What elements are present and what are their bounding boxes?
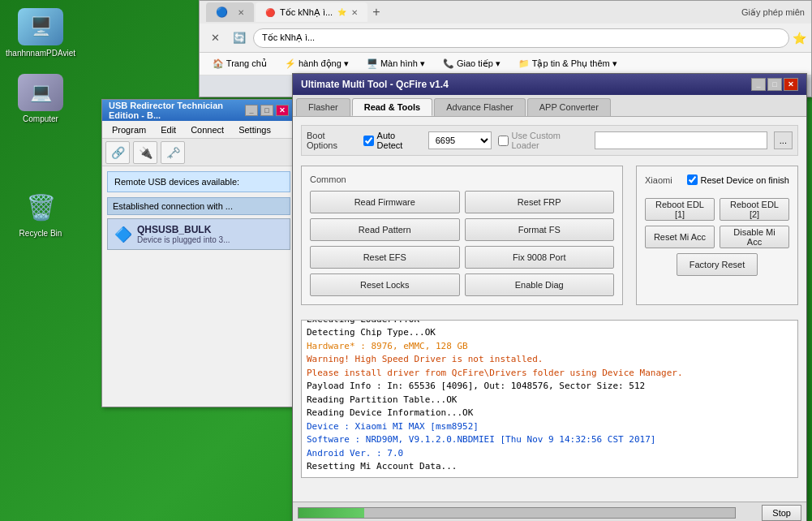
- auto-detect-label: Auto Detect: [377, 131, 422, 150]
- usb-maximize-button[interactable]: □: [260, 105, 273, 116]
- usb-toolbar-btn-1[interactable]: 🔗: [105, 141, 130, 164]
- reset-locks-button[interactable]: Reset Locks: [310, 273, 460, 296]
- new-tab-button[interactable]: +: [369, 5, 383, 19]
- usb-menu-connect[interactable]: Connect: [184, 123, 230, 136]
- usb-toolbar-btn-3[interactable]: 🗝️: [161, 141, 185, 164]
- usb-status-text: Remote USB devices available:: [114, 177, 239, 187]
- browser-tab-2[interactable]: 🔴 Tốc kNhẠ ì... ⭐ ✕: [256, 2, 367, 22]
- use-custom-loader-label: Use Custom Loader: [498, 131, 588, 150]
- log-line: Resetting Mi Account Data...: [307, 460, 793, 474]
- tab-close-1[interactable]: ✕: [238, 8, 244, 17]
- browser-menu-home[interactable]: 🏠 Trang chủ: [204, 56, 275, 71]
- use-custom-loader-checkbox[interactable]: [498, 136, 509, 146]
- fix-9008-port-button[interactable]: Fix 9008 Port: [465, 246, 615, 269]
- desktop-icons: 🖥️ thanhnnamPDAviet 💻 Computer 🗑️ Recycl…: [8, 8, 73, 238]
- tab-advance-flasher[interactable]: Advance Flasher: [434, 98, 526, 116]
- usb-toolbar: 🔗 🔌 🗝️: [102, 139, 295, 166]
- tab-app-converter[interactable]: APP Converter: [527, 98, 611, 116]
- usb-device-icon: 🔷: [114, 226, 132, 243]
- desktop-icon-computer[interactable]: 💻 Computer: [8, 74, 73, 123]
- tab-flasher[interactable]: Flasher: [296, 98, 350, 116]
- log-line: Hardware* : 8976, eMMC, 128 GB: [307, 340, 793, 354]
- address-bar[interactable]: [253, 28, 789, 48]
- browse-button[interactable]: ...: [774, 131, 793, 149]
- reset-frp-button[interactable]: Reset FRP: [465, 191, 615, 213]
- reset-efs-button[interactable]: Reset EFS: [310, 246, 460, 269]
- browser-nav: ✕ 🔄 ⭐: [200, 24, 811, 53]
- computer-icon-label: Computer: [23, 114, 58, 123]
- factory-reset-button[interactable]: Factory Reset: [677, 253, 758, 276]
- browser-tabs: 🔵 ✕ 🔴 Tốc kNhẠ ì... ⭐ ✕ +: [206, 2, 737, 22]
- reset-device-checkbox[interactable]: [687, 174, 698, 185]
- enable-diag-button[interactable]: Enable Diag: [465, 273, 615, 296]
- format-fs-button[interactable]: Format FS: [465, 218, 615, 241]
- computer-icon: 💻: [18, 74, 63, 111]
- common-buttons-grid: Read Firmware Reset FRP Read Pattern For…: [310, 191, 614, 296]
- log-line: Software : NRD90M, V9.1.2.0.NBDMIEI [Thu…: [307, 433, 793, 447]
- reboot-edl-2-button[interactable]: Reboot EDL [2]: [720, 198, 789, 221]
- mac-icon-label: thanhnnamPDAviet: [6, 49, 75, 58]
- usb-titlebar: USB Redirector Technician Edition - B...…: [102, 100, 295, 121]
- device-name: QHSUSB_BULK: [137, 224, 230, 235]
- usb-minimize-button[interactable]: _: [245, 105, 258, 116]
- log-line: Executing Loader...OK: [307, 320, 793, 326]
- umt-window: Ultimate Multi Tool - QcFire v1.4 _ □ ✕ …: [292, 73, 807, 521]
- browser-tab-1[interactable]: 🔵 ✕: [206, 2, 254, 22]
- tab-close-2[interactable]: ✕: [351, 8, 358, 17]
- desktop-icon-mac[interactable]: 🖥️ thanhnnamPDAviet: [8, 8, 73, 58]
- log-area: Using Auto Loader Selection [1]Preparing…: [301, 320, 798, 478]
- recycle-bin-icon: 🗑️: [18, 188, 63, 226]
- log-line: Detecting Chip Type...OK: [307, 326, 793, 340]
- nav-back-button[interactable]: ✕: [204, 28, 226, 49]
- tab-address-label: Tốc kNhẠ ì...: [280, 7, 333, 18]
- umt-close-button[interactable]: ✕: [784, 78, 798, 91]
- read-firmware-button[interactable]: Read Firmware: [310, 191, 460, 213]
- usb-content: Remote USB devices available: Establishe…: [102, 166, 295, 255]
- umt-title-text: Ultimate Multi Tool - QcFire v1.4: [301, 79, 449, 90]
- usb-established-text: Established connection with ...: [113, 201, 233, 211]
- usb-device-item[interactable]: 🔷 QHSUSB_BULK Device is plugged into 3..…: [107, 218, 290, 250]
- reset-mi-acc-button[interactable]: Reset Mi Acc: [645, 226, 715, 248]
- license-label: Giấy phép miên: [741, 7, 805, 18]
- xiaomi-header: Xiaomi Reset Device on finish: [645, 174, 789, 192]
- umt-minimize-button[interactable]: _: [751, 78, 766, 91]
- common-title: Common: [310, 174, 614, 184]
- tab-read-tools[interactable]: Read & Tools: [352, 98, 432, 116]
- desktop-icon-recycle[interactable]: 🗑️ Recycle Bin: [8, 188, 73, 238]
- usb-menu-settings[interactable]: Settings: [232, 123, 277, 136]
- usb-window-controls: _ □ ✕: [245, 105, 289, 116]
- browser-titlebar: 🔵 ✕ 🔴 Tốc kNhẠ ì... ⭐ ✕ + Giấy phép miên: [200, 1, 811, 24]
- auto-detect-checkbox[interactable]: [363, 136, 374, 146]
- boot-options-bar: Boot Options Auto Detect 6695 6695 6735 …: [301, 125, 798, 156]
- reboot-edl-1-button[interactable]: Reboot EDL [1]: [645, 198, 715, 221]
- umt-maximize-button[interactable]: □: [767, 78, 782, 91]
- tabs-container: Flasher Read & Tools Advance Flasher APP…: [293, 95, 806, 117]
- usb-close-button[interactable]: ✕: [276, 105, 289, 116]
- common-section: Common Read Firmware Reset FRP Read Patt…: [301, 166, 623, 305]
- bottom-bar: Stop: [293, 502, 806, 521]
- xiaomi-title: Xiaomi: [645, 175, 672, 185]
- custom-loader-input[interactable]: [595, 131, 767, 149]
- recycle-bin-label: Recycle Bin: [19, 229, 62, 238]
- browser-menu-screen[interactable]: 🖥️ Màn hình: [359, 56, 433, 71]
- progress-bar-fill: [299, 508, 364, 518]
- desktop: 🖥️ thanhnnamPDAviet 💻 Computer 🗑️ Recycl…: [0, 0, 812, 521]
- usb-toolbar-btn-2[interactable]: 🔌: [133, 141, 157, 164]
- disable-mi-acc-button[interactable]: Disable Mi Acc: [720, 226, 789, 248]
- nav-refresh-button[interactable]: 🔄: [229, 28, 250, 49]
- read-pattern-button[interactable]: Read Pattern: [310, 218, 460, 241]
- xiaomi-buttons-grid: Reboot EDL [1] Reboot EDL [2] Reset Mi A…: [645, 198, 789, 248]
- boot-options-label: Boot Options: [307, 131, 357, 150]
- usb-window: USB Redirector Technician Edition - B...…: [101, 99, 296, 407]
- usb-menu-program[interactable]: Program: [105, 123, 153, 136]
- browser-menu-taptin[interactable]: 📁 Tập tin & Phụ thêm: [510, 56, 625, 71]
- browser-menu-action[interactable]: ⚡ hành động: [277, 56, 357, 71]
- stop-button[interactable]: Stop: [762, 505, 801, 521]
- log-line: Device : Xiaomi MI MAX [msm8952]: [307, 420, 793, 434]
- usb-menu-edit[interactable]: Edit: [154, 123, 183, 136]
- browser-menu-giaotiep[interactable]: 📞 Giao tiếp: [435, 56, 509, 71]
- auto-detect-checkbox-label: Auto Detect: [363, 131, 422, 150]
- bookmark-icon[interactable]: ⭐: [793, 32, 806, 45]
- usb-title-text: USB Redirector Technician Edition - B...: [109, 101, 245, 120]
- chip-select-dropdown[interactable]: 6695 6695 6735 6750: [428, 131, 492, 149]
